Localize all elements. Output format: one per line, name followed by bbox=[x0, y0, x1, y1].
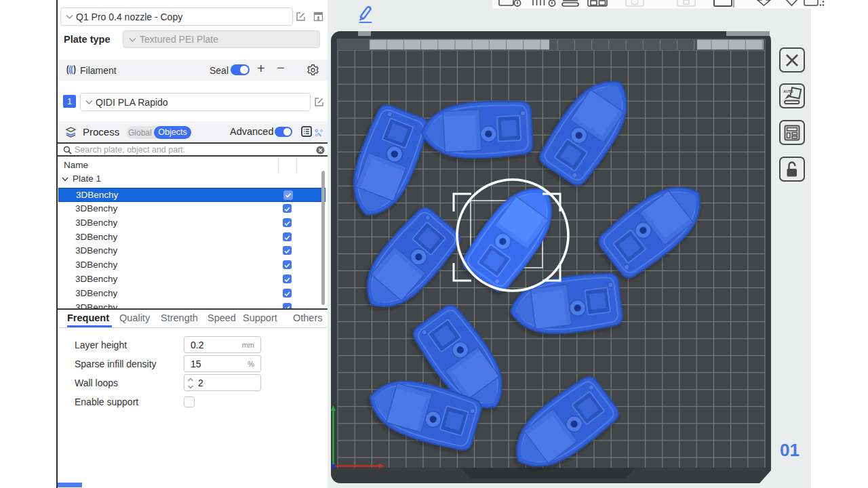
svg-text:AUTO: AUTO bbox=[783, 89, 793, 94]
